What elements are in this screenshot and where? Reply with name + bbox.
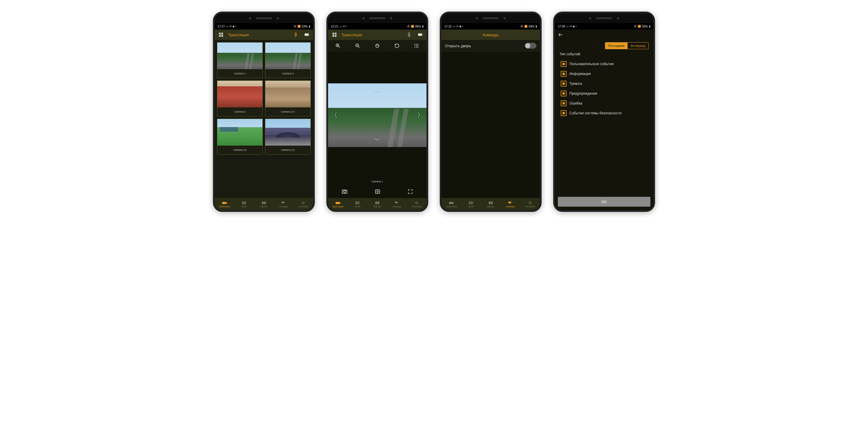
app-indicator-icon: ▭ ✉ ◉ •: [226, 25, 237, 28]
svg-point-21: [416, 202, 417, 203]
archive-icon: [242, 201, 247, 205]
bottom-toolbar: [328, 185, 427, 198]
battery-icon: ▮: [422, 25, 424, 28]
camera-grid: Camera 1 Camera 3 Camera 2 Camera 2:3 Ca…: [215, 40, 313, 198]
ptz-down-button[interactable]: ﹀: [374, 136, 380, 145]
app-header: [555, 30, 653, 40]
status-bar: 17:27 ▭ ✉ ◉ • ⁂ 📶 53% ▮: [215, 23, 313, 30]
camera-tile[interactable]: Camera 13: [217, 119, 263, 155]
tab-journal[interactable]: Журнал: [481, 198, 500, 210]
tab-settings[interactable]: Настройки: [407, 198, 427, 210]
camera-thumbnail: [265, 81, 310, 108]
camera-button[interactable]: [416, 31, 424, 39]
event-type-row[interactable]: Предупреждение: [560, 89, 649, 98]
event-type-row[interactable]: Ошибка: [560, 98, 649, 108]
command-row: Открыть дверь: [441, 40, 540, 52]
event-type-row[interactable]: Тревога: [560, 79, 649, 89]
layout-button[interactable]: [217, 31, 225, 39]
tab-journal[interactable]: Журнал: [368, 198, 387, 210]
event-type-label: Тревога: [569, 82, 582, 86]
svg-point-8: [376, 44, 379, 48]
preset-button[interactable]: [373, 41, 382, 50]
phone-1: 17:27 ▭ ✉ ◉ • ⁂ 📶 53% ▮ Трансляция: [213, 11, 315, 212]
toolbar: [328, 40, 427, 52]
event-type-row[interactable]: Информация: [560, 69, 649, 79]
tab-live[interactable]: Трансляция: [215, 198, 235, 210]
tab-label: Архив: [468, 206, 474, 208]
phone-4: 17:36 ▭ ✉ ◉ • ⁂ 📶 50% ▮ Последние За пер…: [553, 11, 655, 212]
battery-label: 53%: [302, 25, 308, 28]
svg-rect-3: [244, 203, 246, 204]
tab-label: Трансляция: [219, 206, 230, 208]
brightness-button[interactable]: [374, 188, 381, 195]
tab-live[interactable]: Трансляция: [441, 198, 461, 210]
gear-icon: [414, 201, 419, 205]
list-button[interactable]: [412, 41, 421, 50]
tab-label: Архив: [355, 206, 361, 208]
tab-bar: Трансляция Архив Журнал Команды Настройк…: [215, 198, 313, 210]
archive-icon: [355, 201, 360, 205]
tab-archive[interactable]: Архив: [235, 198, 254, 210]
event-type-row[interactable]: Событие системы безопасности: [560, 108, 649, 118]
tab-label: Журнал: [260, 206, 268, 208]
svg-rect-24: [469, 203, 471, 204]
segment-recent[interactable]: Последние: [605, 42, 627, 49]
snapshot-button[interactable]: [341, 188, 348, 195]
tab-archive[interactable]: Архив: [348, 198, 368, 210]
zoom-in-button[interactable]: [334, 41, 342, 50]
live-video[interactable]: ︿ ﹀ 〈 〉: [328, 52, 427, 179]
event-type-label: Событие системы безопасности: [569, 111, 621, 115]
ptz-up-button[interactable]: ︿: [374, 86, 380, 94]
segment-period[interactable]: За период: [627, 42, 648, 49]
flag-icon: [281, 201, 286, 205]
camera-label: Camera 1: [328, 179, 427, 185]
svg-rect-1: [244, 202, 246, 203]
back-button[interactable]: [558, 32, 564, 38]
tab-commands[interactable]: Команды: [500, 198, 520, 210]
ptz-right-button[interactable]: 〉: [417, 111, 424, 120]
filter-title: Тип событий:: [560, 52, 649, 56]
refresh-button[interactable]: [393, 41, 401, 50]
camera-label: Camera 2: [217, 108, 262, 116]
phone-bezel-top: [555, 13, 653, 23]
command-switch[interactable]: [525, 43, 536, 49]
camera-tile[interactable]: Camera 2:2: [265, 119, 311, 155]
tab-live[interactable]: Трансляция: [328, 198, 348, 210]
signal-icon: 📶: [298, 25, 301, 28]
layout-button[interactable]: [331, 31, 339, 39]
microphone-button[interactable]: [405, 31, 413, 39]
tab-label: Команды: [506, 206, 515, 208]
ok-button[interactable]: OK: [558, 197, 650, 207]
archive-icon: [468, 201, 474, 205]
svg-point-11: [414, 47, 415, 48]
camera-button[interactable]: [303, 31, 311, 39]
tab-archive[interactable]: Архив: [461, 198, 481, 210]
camera-tile[interactable]: Camera 3: [265, 42, 311, 78]
zoom-out-button[interactable]: [353, 41, 362, 50]
event-type-label: Ошибка: [569, 101, 582, 106]
microphone-button[interactable]: [292, 31, 300, 39]
event-type-row[interactable]: Пользовательское событие: [560, 59, 649, 69]
tab-commands[interactable]: Команды: [387, 198, 407, 210]
app-header: Трансляция: [328, 30, 427, 40]
tab-settings[interactable]: Настройки: [520, 198, 540, 210]
grid-icon: [333, 33, 337, 37]
flag-icon: [394, 201, 400, 205]
tab-settings[interactable]: Настройки: [293, 198, 313, 210]
camera-tile[interactable]: Camera 2: [217, 81, 263, 116]
svg-point-15: [377, 191, 378, 192]
signal-icon: 📶: [524, 25, 527, 28]
signal-icon: 📶: [638, 25, 641, 28]
tab-label: Журнал: [487, 206, 494, 208]
status-bar: 17:36 ▭ ✉ ◉ • ⁂ 📶 50% ▮: [555, 23, 653, 30]
tab-journal[interactable]: Журнал: [254, 198, 274, 210]
tab-commands[interactable]: Команды: [274, 198, 293, 210]
fullscreen-button[interactable]: [407, 189, 413, 194]
ptz-left-button[interactable]: 〈: [331, 111, 337, 120]
camera-label: Camera 13: [217, 146, 262, 154]
arrow-left-icon: [558, 32, 564, 38]
header-title: Трансляция: [228, 33, 289, 37]
app-indicator-icon: ▭ ✉ ◉ •: [566, 25, 577, 28]
camera-tile[interactable]: Camera 2:3: [265, 81, 311, 116]
camera-tile[interactable]: Camera 1: [217, 42, 263, 78]
